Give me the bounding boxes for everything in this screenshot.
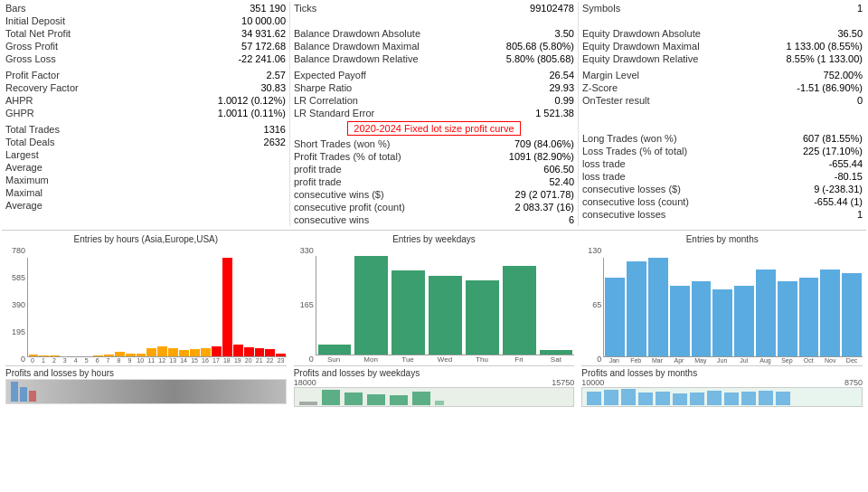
max-consec-loss-row: consecutive loss (count) -655.44 (1) (580, 195, 864, 208)
y-585: 585 (5, 273, 25, 282)
weekdays-profit-ymax: 18000 (294, 378, 316, 387)
hour-xlabel-1: 1 (38, 357, 49, 364)
stats-col1: Bars 351 190 Initial Deposit 10 000.00 T… (2, 2, 290, 226)
svg-rect-3 (299, 402, 317, 405)
weekday-bar-6 (540, 350, 573, 355)
month-bar-6 (734, 286, 754, 356)
profit-factor-row: Profit Factor 2.57 (4, 69, 288, 81)
charts-section: Entries by hours (Asia,Europe,USA) 780 5… (2, 230, 866, 407)
maximal-row: Maximal (4, 186, 288, 199)
hour-xlabel-10: 10 (135, 357, 146, 364)
month-xlabel-11: Dec (841, 357, 863, 364)
bal-dd-abs-row: Balance Drawdown Absolute 3.50 (292, 27, 576, 40)
profit-factor-label: Profit Factor (5, 70, 60, 80)
hour-xlabel-12: 12 (156, 357, 167, 364)
stats-section: Bars 351 190 Initial Deposit 10 000.00 T… (2, 2, 866, 226)
month-xlabel-8: Sep (776, 357, 797, 364)
hour-xlabel-3: 3 (60, 357, 71, 364)
avg-consec-wins-row: consecutive wins 6 (292, 213, 576, 226)
hour-bar-21 (255, 348, 265, 356)
largest-loss-value: -655.44 (829, 158, 863, 169)
month-bar-3 (670, 286, 690, 356)
avg-consec-losses-value: 1 (857, 209, 863, 220)
weekday-xlabel-2: Tue (390, 355, 427, 364)
hour-bar-11 (146, 348, 156, 356)
lr-stderr-row: LR Standard Error 1 521.38 (292, 107, 576, 119)
hour-xlabel-23: 23 (276, 357, 287, 364)
month-xlabel-7: Aug (755, 357, 777, 364)
hour-bar-13 (168, 348, 178, 356)
weekday-xlabel-1: Mon (353, 355, 390, 364)
loss-trades-row: Loss Trades (% of total) 225 (17.10%) (580, 145, 864, 157)
y-65: 65 (581, 300, 601, 309)
svg-rect-12 (621, 389, 636, 405)
hour-bar-16 (201, 348, 211, 356)
sharpe-label: Sharpe Ratio (294, 82, 352, 93)
weekdays-chart-title: Entries by weekdays (294, 234, 575, 244)
weekday-xlabel-4: Thu (463, 355, 500, 364)
avg-profit-row: profit trade 52.40 (292, 175, 576, 188)
hour-xlabel-15: 15 (189, 357, 200, 364)
largest-loss-row: loss trade -655.44 (580, 157, 864, 170)
svg-rect-6 (367, 394, 385, 405)
ontester-label: OnTester result (582, 95, 650, 106)
net-profit-value: 34 931.62 (241, 28, 286, 39)
bal-dd-rel-row: Balance Drawdown Relative 5.80% (805.68) (292, 52, 576, 65)
max-consec-loss-value: -655.44 (1) (814, 196, 863, 207)
expected-payoff-row: Expected Payoff 26.54 (292, 69, 576, 81)
profit-weekdays-chart (295, 388, 574, 406)
long-trades-value: 607 (81.55%) (803, 133, 863, 144)
profit-weekdays-title: Profits and losses by weekdays (294, 368, 575, 378)
largest-profit-row: profit trade 606.50 (292, 163, 576, 175)
gross-profit-value: 57 172.68 (241, 41, 286, 52)
hour-bar-17 (212, 346, 222, 356)
total-deals-row: Total Deals 2632 (4, 136, 288, 148)
svg-rect-10 (587, 392, 601, 405)
ahpr-value: 1.0012 (0.12%) (218, 95, 286, 106)
month-bar-10 (820, 270, 840, 356)
spacer3-4 (580, 119, 864, 132)
hour-bar-8 (115, 352, 125, 356)
hour-bar-15 (190, 349, 200, 356)
loss-trades-label: Loss Trades (% of total) (582, 146, 687, 156)
bal-dd-rel-label: Balance Drawdown Relative (294, 53, 419, 64)
symbols-value: 1 (857, 3, 863, 14)
ontester-row: OnTester result 0 (580, 94, 864, 107)
gross-profit-row: Gross Profit 57 172.68 (4, 40, 288, 52)
eq-dd-abs-row: Equity Drawdown Absolute 36.50 (580, 27, 864, 40)
net-profit-label: Total Net Profit (5, 28, 71, 39)
svg-rect-13 (638, 393, 653, 405)
spacer3-3 (580, 107, 864, 119)
margin-level-row: Margin Level 752.00% (580, 69, 864, 81)
hour-xlabel-14: 14 (178, 357, 189, 364)
average-row1: Average (4, 161, 288, 174)
max-consec-losses-value: 9 (-238.31) (814, 184, 863, 194)
avg-consec-losses-label: consecutive losses (582, 209, 665, 220)
short-trades-label: Short Trades (won %) (294, 138, 390, 149)
month-bar-4 (692, 281, 712, 356)
bars-label: Bars (5, 3, 26, 14)
bal-dd-max-label: Balance Drawdown Maximal (294, 41, 420, 52)
max-consec-wins-value: 29 (2 071.78) (515, 189, 574, 200)
weekday-bar-5 (503, 266, 536, 355)
hour-xlabel-18: 18 (222, 357, 232, 364)
avg-consec-wins-value: 6 (569, 214, 574, 225)
lr-corr-value: 0.99 (555, 95, 574, 106)
eq-dd-rel-value: 8.55% (1 133.00) (787, 53, 863, 64)
svg-rect-11 (604, 390, 618, 405)
weekday-bar-2 (392, 270, 425, 355)
month-xlabel-4: May (690, 357, 712, 364)
bal-dd-rel-value: 5.80% (805.68) (506, 53, 574, 64)
ticks-label: Ticks (294, 3, 316, 14)
largest-loss-label: loss trade (582, 158, 626, 169)
gross-loss-value: -22 241.06 (238, 53, 286, 64)
svg-rect-0 (11, 382, 18, 402)
lr-stderr-label: LR Standard Error (294, 108, 374, 118)
svg-rect-7 (390, 395, 408, 405)
hour-bar-18 (222, 258, 232, 356)
weekdays-profit-ymid: 15750 (552, 378, 574, 387)
month-xlabel-6: Jul (733, 357, 755, 364)
zscore-row: Z-Score -1.51 (86.90%) (580, 81, 864, 94)
weekday-bar-3 (429, 276, 462, 355)
y-0h: 0 (5, 355, 25, 364)
